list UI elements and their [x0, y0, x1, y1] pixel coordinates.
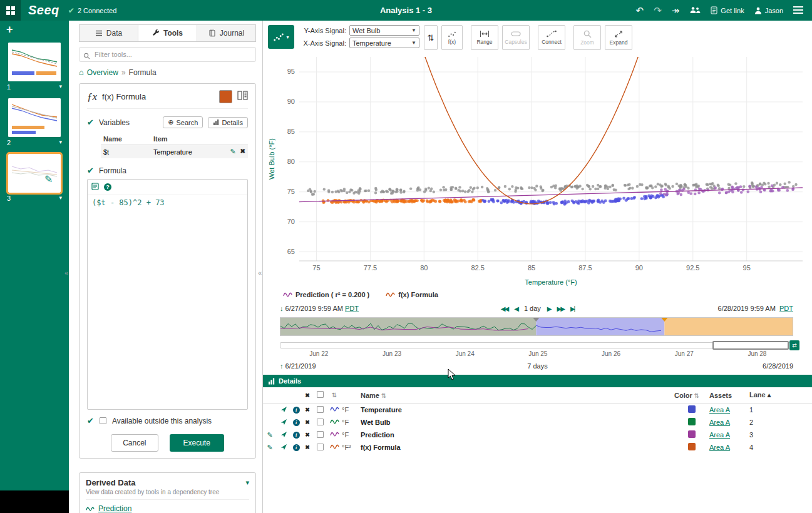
table-row[interactable]: ✎ i ✖ °F Wet Bulb Area A 2 — [263, 416, 812, 429]
cancel-button[interactable]: Cancel — [111, 434, 158, 452]
breadcrumb-overview-link[interactable]: Overview — [87, 68, 118, 77]
legend-prediction[interactable]: Prediction ( r² = 0.200 ) — [283, 291, 369, 298]
color-swatch[interactable] — [674, 430, 709, 439]
investigate-arrow-icon[interactable]: ↑ — [280, 362, 284, 370]
tab-data[interactable]: Data — [80, 25, 138, 41]
lane-column-header[interactable]: Lane ▴ — [749, 391, 777, 399]
color-swatch[interactable] — [674, 418, 709, 427]
remove-icon[interactable]: ✖ — [302, 407, 313, 413]
collapse-tools-handle[interactable]: « — [258, 269, 262, 277]
connect-button[interactable]: Connect — [538, 25, 565, 50]
timezone-link[interactable]: PDT — [779, 305, 793, 312]
investigate-end[interactable]: 6/28/2019 — [763, 362, 793, 370]
home-icon[interactable]: ⌂ — [79, 68, 84, 77]
collapse-sidebar-handle[interactable]: « — [64, 269, 68, 277]
legend-fx-formula[interactable]: f(x) Formula — [386, 291, 438, 298]
zoom-button[interactable]: Zoom — [573, 25, 601, 50]
capsules-button[interactable]: Capsules — [502, 25, 530, 50]
info-icon[interactable]: i — [293, 432, 300, 439]
display-start[interactable]: 6/27/2019 9:59 AM — [285, 305, 343, 312]
details-header[interactable]: Details — [263, 375, 812, 387]
start-arrow-icon[interactable]: ↓ — [280, 305, 284, 312]
tab-journal[interactable]: Journal — [197, 25, 255, 41]
x-axis-signal-select[interactable]: Temperature▼ — [349, 38, 419, 48]
hamburger-menu-icon[interactable] — [793, 6, 803, 15]
fx-tool-button[interactable]: f(x) — [441, 25, 463, 50]
edit-variable-icon[interactable]: ✎ — [230, 148, 235, 156]
color-swatch-button[interactable] — [219, 90, 232, 103]
row-checkbox[interactable] — [313, 406, 327, 414]
add-worksheet-button[interactable]: + — [0, 21, 69, 35]
redo-icon[interactable]: ↷ — [654, 6, 662, 15]
variable-row[interactable]: $t Temperature ✎ ✖ — [101, 145, 248, 158]
formula-text[interactable]: ($t - 85)^2 + 73 — [88, 195, 247, 409]
color-column-header[interactable]: Color ⇅ — [674, 392, 709, 399]
collapse-chevron-icon[interactable]: ▾ — [245, 479, 249, 487]
y-axis-signal-select[interactable]: Wet Bulb▼ — [349, 25, 419, 36]
sort-icon[interactable]: ⇅ — [327, 392, 342, 399]
asset-link[interactable]: Area A — [709, 419, 730, 426]
select-all-checkbox[interactable] — [313, 391, 327, 399]
swap-axes-button[interactable]: ⇅ — [424, 25, 438, 50]
display-end[interactable]: 6/28/2019 9:59 AM — [718, 305, 776, 312]
edit-icon[interactable]: ✎ — [263, 431, 277, 439]
table-row[interactable]: ✎ i ✖ °F Prediction Area A 3 — [263, 429, 812, 441]
send-icon[interactable] — [277, 406, 290, 414]
filter-tools-input[interactable] — [79, 47, 256, 62]
user-menu[interactable]: Jason — [754, 7, 783, 14]
remove-icon[interactable]: ✖ — [302, 419, 313, 425]
forward-icon[interactable]: ↠ — [672, 6, 680, 15]
get-link-button[interactable]: Get link — [711, 6, 744, 14]
table-row[interactable]: ✎ i ✖ °F Temperature Area A 1 — [263, 404, 812, 416]
worksheet-menu-chevron[interactable]: ▾ — [59, 195, 62, 202]
execute-button[interactable]: Execute — [170, 434, 224, 452]
investigate-duration[interactable]: 7 days — [527, 362, 547, 370]
name-column-header[interactable]: Name ⇅ — [361, 392, 674, 399]
step-forward-icon[interactable]: ▶ — [547, 305, 551, 312]
step-forward-fast-icon[interactable]: ▶▶ — [557, 305, 564, 312]
expand-button[interactable]: Expand — [605, 25, 632, 50]
step-back-fast-icon[interactable]: ◀◀ — [501, 305, 508, 312]
app-grid-button[interactable] — [0, 0, 21, 21]
assets-column-header[interactable]: Assets — [709, 392, 749, 399]
variables-search-button[interactable]: ⊕Search — [163, 116, 203, 128]
row-checkbox[interactable] — [313, 431, 327, 439]
remove-all-header[interactable]: ✖ — [302, 392, 313, 399]
worksheet-thumbnail-2[interactable] — [8, 98, 61, 137]
row-checkbox[interactable] — [313, 444, 327, 452]
edit-icon[interactable]: ✎ — [263, 444, 277, 452]
asset-link[interactable]: Area A — [709, 444, 730, 451]
info-icon[interactable]: i — [293, 419, 300, 426]
remove-icon[interactable]: ✖ — [302, 432, 313, 438]
remove-icon[interactable]: ✖ — [302, 444, 313, 450]
info-icon[interactable]: i — [293, 407, 300, 414]
send-icon[interactable] — [277, 444, 290, 452]
panel-layout-icon[interactable] — [237, 91, 248, 103]
formula-name-field[interactable]: f(x) Formula — [102, 92, 214, 101]
worksheet-thumbnail-3[interactable]: ✎ — [8, 154, 61, 193]
asset-link[interactable]: Area A — [709, 406, 730, 414]
derived-item[interactable]: Prediction — [86, 504, 249, 513]
available-outside-checkbox[interactable] — [100, 417, 106, 424]
formula-help-icon[interactable]: ? — [104, 183, 111, 191]
fit-range-button[interactable]: ⇄ — [789, 340, 799, 350]
asset-link[interactable]: Area A — [709, 431, 730, 439]
send-icon[interactable] — [277, 419, 290, 427]
formula-doc-icon[interactable] — [91, 181, 99, 193]
collaborators-icon[interactable] — [689, 6, 701, 15]
table-row[interactable]: ✎ i ✖ °F² f(x) Formula Area A 4 — [263, 441, 812, 454]
delete-variable-icon[interactable]: ✖ — [240, 148, 245, 156]
prediction-link[interactable]: Prediction — [98, 504, 131, 513]
undo-icon[interactable]: ↶ — [636, 6, 644, 15]
worksheet-menu-chevron[interactable]: ▾ — [59, 139, 62, 146]
row-checkbox[interactable] — [313, 419, 327, 427]
step-size[interactable]: 1 day — [524, 305, 541, 312]
investigate-start[interactable]: 6/21/2019 — [285, 362, 316, 370]
step-to-end-icon[interactable]: ▶| — [570, 305, 574, 312]
worksheet-menu-chevron[interactable]: ▾ — [59, 83, 62, 91]
range-button[interactable]: Range — [471, 25, 498, 50]
worksheet-thumbnail-1[interactable] — [8, 43, 61, 81]
step-back-icon[interactable]: ◀ — [514, 305, 518, 312]
info-icon[interactable]: i — [293, 444, 300, 451]
chart-type-button[interactable]: ▾ — [268, 25, 294, 49]
